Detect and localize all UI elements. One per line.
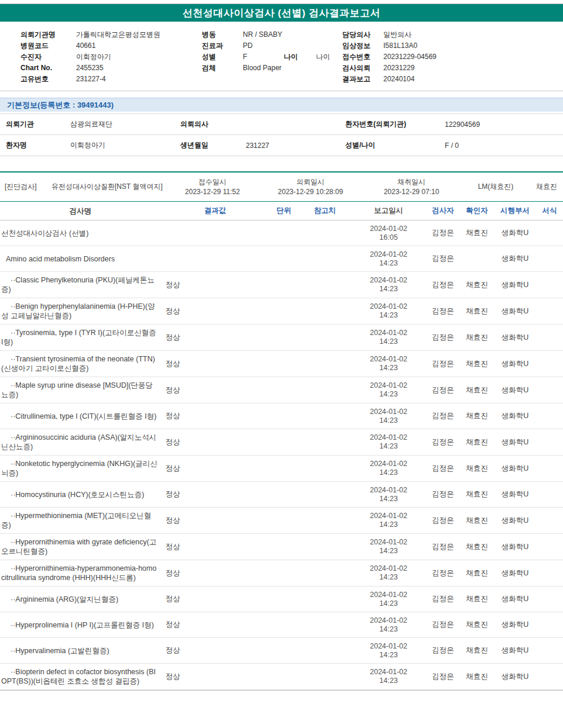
department-cell: 생화학U xyxy=(494,646,536,655)
patient-header-column-3: 담당의사일반의사임상정보I581L13A0접수번호20231229-04569검… xyxy=(342,29,535,85)
header-field-label: 나이 xyxy=(284,51,316,63)
basic-info-row: 환자명이회정아기생년월일231227성별/나이F / 0 xyxy=(0,135,563,156)
test-name-cell: ··Argininosuccinic aciduria (ASA)(알지노석시닌… xyxy=(0,429,161,455)
test-name-cell: ··Hypermethioninemia (MET)(고메티오닌혈증) xyxy=(0,508,161,533)
header-field-label: 수진자 xyxy=(20,51,76,63)
department-cell: 생화학U xyxy=(494,594,536,604)
basic-info-title: 기본정보(등록번호 : 39491443) xyxy=(0,98,563,112)
reported-datetime-cell: 2024-01-02 14:23 xyxy=(351,408,426,425)
test-name-cell: ··Homocystinuria (HCY)(호모시스틴뇨증) xyxy=(0,487,161,503)
department-cell: 생화학U xyxy=(494,228,536,238)
test-name-cell: ··Benign hyperphenylalaninemia (H-PHE)(양… xyxy=(0,298,161,324)
reported-datetime-cell: 2024-01-02 16:05 xyxy=(351,225,426,242)
col-header-tester: 검사자 xyxy=(426,206,460,216)
confirmer-cell: 채효진 xyxy=(460,359,494,369)
header-field-value: 20231229 xyxy=(383,63,416,74)
reported-datetime-cell: 2024-01-02 14:23 xyxy=(351,591,426,608)
confirmer-cell: 채효진 xyxy=(460,620,494,630)
result-row: ··Argininemia (ARG)(알지닌혈증)정상2024-01-02 1… xyxy=(0,586,563,612)
header-field-label: 검체 xyxy=(202,63,243,74)
col-header-format: 서식 xyxy=(536,206,563,216)
result-value-cell: 정상 xyxy=(161,594,269,604)
tester-cell: 김정은 xyxy=(426,464,460,474)
result-row: ··Maple syrup urine disease [MSUD](단풍당뇨증… xyxy=(0,377,563,403)
header-field-value: 이회정아기 xyxy=(76,51,111,63)
basic-info-label: 의뢰기관 xyxy=(0,119,70,129)
result-row: ··Nonketotic hyperglycinemia (NKHG)(글리신뇌… xyxy=(0,456,563,482)
basic-info-label: 환자번호(의뢰기관) xyxy=(345,119,445,129)
reported-datetime-cell: 2024-01-02 14:23 xyxy=(351,250,426,268)
header-field-value: F xyxy=(243,51,275,63)
confirmer-cell: 채효진 xyxy=(460,594,494,604)
basic-info-table: 의뢰기관삼광의료재단의뢰의사환자번호(의뢰기관)122904569환자명이회정아… xyxy=(0,113,563,156)
basic-info-label: 생년월일 xyxy=(180,140,246,150)
result-row: ··Benign hyperphenylalaninemia (H-PHE)(양… xyxy=(0,298,563,325)
col-header-reference: 참고치 xyxy=(298,206,351,216)
header-field: 수진자이회정아기 xyxy=(20,51,202,63)
test-name-cell: ··Hyperprolinemia I (HP I)(고프롤린혈증 I형) xyxy=(0,617,161,633)
patient-header-column-2: 병동NR / SBABY진료과PD성별F나이나이검체Blood Paper xyxy=(202,29,342,85)
basic-info-value: 이회정아기 xyxy=(70,140,180,150)
result-row: Amino acid metabolism Disorders2024-01-0… xyxy=(0,246,563,272)
header-field-label: 고유번호 xyxy=(20,74,76,85)
reported-datetime-cell: 2024-01-02 14:23 xyxy=(351,433,426,451)
divider xyxy=(0,91,563,91)
order-datetime-label: 접수일시 xyxy=(166,177,259,187)
test-name-cell: ··Nonketotic hyperglycinemia (NKHG)(글리신뇌… xyxy=(0,456,161,481)
col-header-result: 결과값 xyxy=(161,206,269,216)
reported-datetime-cell: 2024-01-02 14:23 xyxy=(351,329,426,346)
reported-datetime-cell: 2024-01-02 14:23 xyxy=(351,302,426,320)
reported-datetime-cell: 2024-01-02 14:23 xyxy=(351,355,426,372)
order-datetime-field: 채취일시2023-12-29 07:10 xyxy=(362,177,461,197)
result-value-cell: 정상 xyxy=(161,280,269,290)
tester-cell: 김정은 xyxy=(426,333,460,343)
department-cell: 생화학U xyxy=(494,306,536,316)
header-field: 의뢰기관명가톨릭대학교은평성모병원 xyxy=(20,29,202,40)
department-cell: 생화학U xyxy=(494,359,536,369)
results-table: 검사명 결과값 단위 참고치 보고일시 검사자 확인자 시행부서 서식 선천성대… xyxy=(0,202,563,691)
basic-info-label: 성별/나이 xyxy=(345,140,445,150)
test-name-cell: ··Maple syrup urine disease [MSUD](단풍당뇨증… xyxy=(0,377,161,403)
tester-cell: 김정은 xyxy=(426,568,460,578)
result-value-cell: 정상 xyxy=(161,516,269,526)
header-field: 성별F나이나이 xyxy=(202,51,342,63)
header-field: 검체Blood Paper xyxy=(202,63,342,74)
department-cell: 생화학U xyxy=(494,489,536,499)
test-name-cell: ··Hyperornithinemia with gyrate deficien… xyxy=(0,534,161,560)
tester-cell: 김정은 xyxy=(426,385,460,395)
header-field-label: Chart No. xyxy=(20,63,76,74)
report-title-bar: 선천성대사이상검사 (선별) 검사결과보고서 xyxy=(0,4,563,22)
reported-datetime-cell: 2024-01-02 14:23 xyxy=(351,460,426,477)
tester-cell: 김정은 xyxy=(426,489,460,499)
result-value-cell: 정상 xyxy=(161,620,269,630)
header-field: 고유번호231227-4 xyxy=(20,74,202,85)
confirmer-cell: 채효진 xyxy=(460,516,494,526)
test-name-cell: 선천성대사이상검사 (선별) xyxy=(0,225,161,241)
order-datetime-field: 의뢰일시2023-12-29 10:28:09 xyxy=(259,177,362,197)
tester-cell: 김정은 xyxy=(426,437,460,447)
tester-cell: 김정은 xyxy=(426,594,460,604)
order-datetime-field: 접수일시2023-12-29 11:52 xyxy=(166,177,259,197)
confirmer-cell: 채효진 xyxy=(460,568,494,578)
result-row: ··Classic Phenylketonuria (PKU)(페닐케톤뇨증)정… xyxy=(0,272,563,298)
col-header-department: 시행부서 xyxy=(494,206,536,216)
reported-datetime-cell: 2024-01-02 14:23 xyxy=(351,668,426,685)
header-field-label: 병동 xyxy=(202,29,243,40)
result-value-cell: 정상 xyxy=(161,333,269,343)
result-row: ··Biopterin defect in cofactor biosynthe… xyxy=(0,664,563,690)
confirmer-cell: 채효진 xyxy=(460,672,494,682)
header-field-label: 병원코드 xyxy=(20,40,76,51)
tester-cell: 김정은 xyxy=(426,620,460,630)
confirmer-cell: 채효진 xyxy=(460,542,494,552)
header-field: 담당의사일반의사 xyxy=(342,29,535,40)
basic-info-label: 의뢰의사 xyxy=(180,119,246,129)
confirmer-cell: 채효진 xyxy=(460,437,494,447)
result-value-cell: 정상 xyxy=(161,464,269,474)
order-datetime-value: 2023-12-29 10:28:09 xyxy=(259,187,362,197)
order-datetime-value: 2023-12-29 11:52 xyxy=(166,187,259,197)
reported-datetime-cell: 2024-01-02 14:23 xyxy=(351,616,426,634)
header-field: 병원코드40661 xyxy=(20,40,202,51)
tester-cell: 김정은 xyxy=(426,306,460,316)
tester-cell: 김정은 xyxy=(426,280,460,290)
header-field-value: 20240104 xyxy=(383,74,416,85)
